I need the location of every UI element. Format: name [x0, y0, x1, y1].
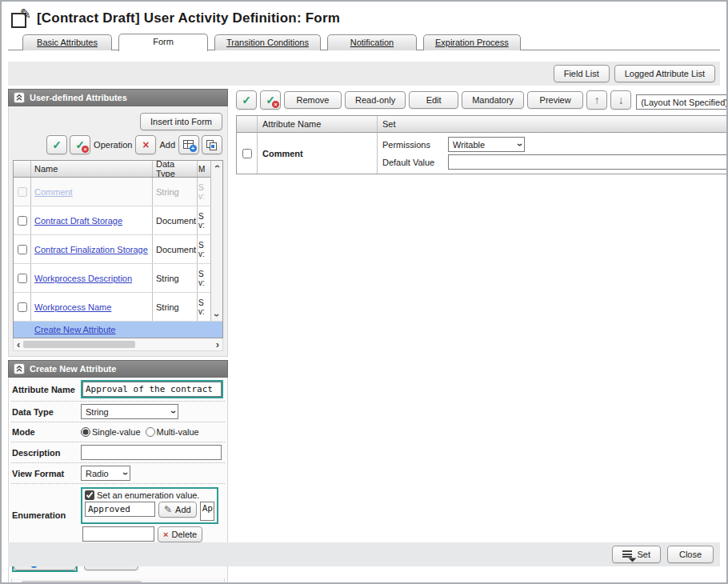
set-form-icon — [622, 550, 634, 559]
multi-value-radio[interactable] — [146, 427, 155, 437]
field-view-format: View Format Radio › — [11, 463, 225, 484]
attribute-link[interactable]: Contract Finalization Storage — [34, 245, 148, 254]
enumeration-add-button[interactable]: ✎ Add — [158, 502, 197, 518]
scroll-right-icon[interactable]: › — [216, 339, 219, 350]
x-icon: × — [163, 530, 168, 539]
enumeration-list[interactable]: App — [200, 502, 214, 521]
col-attribute-name: Attribute Name — [258, 116, 378, 132]
field-enumeration: Enumeration Set an enumeration value. ✎ … — [11, 484, 225, 546]
pencil-icon: ✎ — [164, 505, 172, 514]
delete-attribute-button[interactable]: × — [135, 135, 156, 154]
move-down-button[interactable]: ↓ — [610, 90, 631, 110]
collapse-icon[interactable] — [14, 92, 25, 103]
create-new-attribute-header: Create New Attribute — [8, 360, 228, 378]
row-checkbox[interactable] — [242, 149, 252, 158]
add-attribute-button[interactable]: + — [178, 135, 199, 154]
insert-into-form-button[interactable]: Insert into Form — [140, 113, 222, 130]
row-checkbox[interactable] — [18, 187, 27, 197]
chevron-down-icon: › — [120, 472, 131, 475]
row-checkbox[interactable] — [18, 245, 27, 254]
attribute-row-contract-draft-storage: Contract Draft Storage Document S v: — [14, 206, 222, 235]
form-editor: ✓ ✓× Remove Read-only Edit Mandatory Pre… — [236, 89, 728, 174]
user-defined-attributes-panel: Insert into Form ✓ ✓× Operation × Add + … — [8, 106, 228, 357]
select-all-button[interactable]: ✓ — [46, 135, 67, 154]
single-value-radio[interactable] — [81, 427, 90, 437]
field-mode: Mode Single-value Multi-value — [11, 422, 225, 442]
tab-expiration-process[interactable]: Expiration Process — [423, 34, 521, 50]
view-format-select[interactable]: Radio › — [81, 466, 130, 481]
close-button[interactable]: Close — [667, 546, 714, 563]
attribute-name-input[interactable] — [82, 382, 222, 397]
attribute-link[interactable]: Contract Draft Storage — [34, 216, 122, 226]
collapse-icon[interactable] — [14, 363, 25, 374]
attribute-row-workprocess-name: Workprocess Name String S v: — [14, 293, 222, 322]
form-fields-table-header: Attribute Name Set — [237, 116, 728, 133]
enumeration-highlight-box: Set an enumeration value. ✎ Add App — [81, 487, 218, 524]
logged-attribute-list-button[interactable]: Logged Attribute List — [614, 65, 715, 82]
scroll-down-icon[interactable]: › — [213, 314, 221, 317]
read-only-button[interactable]: Read-only — [345, 91, 406, 109]
create-new-attribute-link[interactable]: Create New Attribute — [34, 325, 116, 334]
tab-notification[interactable]: Notification — [327, 34, 417, 50]
tab-transition-conditions[interactable]: Transition Conditions — [214, 34, 321, 50]
deselect-all-button[interactable]: ✓× — [70, 135, 90, 154]
attributes-table: Name Data Type M Comment String S v: Con… — [13, 160, 223, 338]
col-mode: M — [198, 161, 211, 177]
scroll-left-icon[interactable]: ‹ — [15, 579, 18, 584]
col-data-type: Data Type — [153, 161, 198, 177]
col-name: Name — [31, 161, 153, 177]
description-input[interactable] — [81, 445, 222, 460]
attributes-horizontal-scrollbar[interactable]: ‹ › — [13, 338, 223, 351]
attribute-link[interactable]: Workprocess Description — [34, 274, 132, 283]
attributes-vertical-scrollbar[interactable]: › › — [210, 161, 222, 321]
row-checkbox[interactable] — [18, 302, 27, 312]
tab-basic-attributes[interactable]: Basic Attributes — [22, 34, 112, 50]
enumeration-empty-input[interactable] — [82, 526, 154, 542]
highlight-frame — [81, 380, 223, 398]
permissions-select[interactable]: Writable › — [448, 137, 525, 152]
row-checkbox[interactable] — [18, 216, 27, 226]
user-defined-attributes-title: User-defined Attributes — [30, 93, 127, 102]
app-window: { "window": { "title": "[Contract Draft]… — [0, 0, 728, 584]
layout-select[interactable]: (Layout Not Specified) › — [636, 94, 728, 110]
row-checkbox[interactable] — [18, 274, 27, 283]
create-new-attribute-row[interactable]: Create New Attribute — [14, 322, 222, 338]
left-column: User-defined Attributes Insert into Form… — [8, 89, 228, 584]
add-from-template-button[interactable] — [202, 135, 222, 154]
attribute-link[interactable]: Comment — [34, 187, 73, 197]
scrollbar-thumb[interactable] — [23, 341, 135, 348]
deselect-all-fields-button[interactable]: ✓× — [260, 90, 281, 110]
scroll-left-icon[interactable]: ‹ — [17, 339, 20, 350]
tab-bar: Basic Attributes Form Transition Conditi… — [2, 31, 726, 50]
enumeration-delete-button[interactable]: × Delete — [158, 526, 202, 542]
edit-button[interactable]: Edit — [409, 91, 458, 109]
select-all-fields-button[interactable]: ✓ — [236, 90, 257, 110]
set-enumeration-checkbox[interactable] — [85, 490, 94, 500]
preview-button[interactable]: Preview — [527, 91, 583, 109]
mandatory-button[interactable]: Mandatory — [462, 91, 524, 109]
scroll-right-icon[interactable]: › — [218, 579, 221, 584]
page-title: [Contract Draft] User Activity Definitio… — [37, 10, 340, 26]
move-up-button[interactable]: ↑ — [586, 90, 607, 110]
titlebar: ✎ [Contract Draft] User Activity Definit… — [2, 2, 726, 31]
attributes-table-header: Name Data Type M — [14, 161, 222, 178]
remove-button[interactable]: Remove — [284, 91, 342, 109]
attribute-row-contract-finalization-storage: Contract Finalization Storage Document S… — [14, 235, 222, 264]
main-area: User-defined Attributes Insert into Form… — [2, 87, 726, 584]
col-set: Set — [378, 116, 728, 132]
data-type-select[interactable]: String › — [81, 404, 178, 419]
field-list-button[interactable]: Field List — [554, 65, 610, 82]
create-form-horizontal-scrollbar[interactable]: ‹ › — [11, 578, 225, 584]
user-defined-attributes-header: User-defined Attributes — [8, 89, 228, 106]
form-editor-toolbar: ✓ ✓× Remove Read-only Edit Mandatory Pre… — [236, 90, 728, 110]
set-button[interactable]: Set — [612, 546, 661, 563]
scroll-up-icon[interactable]: › — [213, 165, 221, 168]
enumeration-value-input[interactable] — [85, 502, 155, 517]
field-data-type: Data Type String › — [11, 402, 225, 422]
field-description: Description — [11, 442, 225, 463]
tab-form[interactable]: Form — [118, 34, 208, 51]
attribute-link[interactable]: Workprocess Name — [34, 302, 111, 312]
default-value-input[interactable] — [448, 154, 728, 170]
edit-form-icon: ✎ — [11, 9, 30, 28]
scrollbar-thumb[interactable] — [22, 581, 142, 584]
